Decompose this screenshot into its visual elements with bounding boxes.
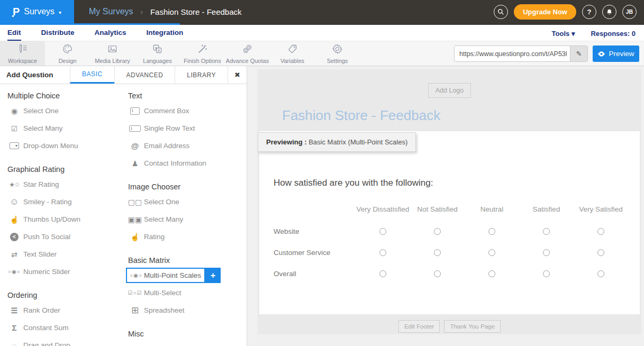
question-type-image-rating[interactable]: ☝Rating — [126, 228, 247, 245]
numeric-slider-icon: ○◉○ — [5, 269, 23, 275]
matrix-radio[interactable] — [543, 270, 550, 277]
panel-tab-library[interactable]: LIBRARY — [175, 66, 228, 84]
avatar[interactable]: JB — [622, 5, 637, 19]
matrix-radio[interactable] — [434, 249, 441, 256]
question-type-column: Multiple Choice◉Select One☑Select Many▾D… — [5, 84, 126, 346]
question-type-thumbs-up-down[interactable]: ☝Thumbs Up/Down — [5, 211, 126, 228]
help-button[interactable]: ? — [582, 5, 596, 19]
question-type-select-one[interactable]: ◉Select One — [5, 102, 126, 120]
question-type-numeric-slider[interactable]: ○◉○Numeric Slider — [5, 263, 126, 280]
matrix-radio[interactable] — [488, 249, 495, 256]
question-type-text-slider[interactable]: ⇄Text Slider — [5, 245, 126, 263]
section-nav-tabs: EditDistributeAnalyticsIntegration — [0, 29, 183, 41]
matrix-radio[interactable] — [379, 249, 386, 256]
header-actions: Upgrade Now ? JB — [494, 4, 644, 20]
matrix-radio[interactable] — [434, 270, 441, 277]
add-logo-button[interactable]: Add Logo — [428, 83, 471, 98]
close-panel-button[interactable]: ✖ — [228, 66, 247, 84]
add-question-plus-button[interactable]: + — [205, 268, 221, 283]
matrix-radio[interactable] — [379, 228, 386, 235]
matrix-radio[interactable] — [488, 270, 495, 277]
question-type-spreadsheet[interactable]: ⊞Spreadsheet — [126, 302, 247, 319]
previewing-tooltip: Previewing : Basic Matrix (Multi-Point S… — [258, 132, 416, 152]
rank-order-icon: ☰ — [5, 306, 23, 315]
question-type-rank-order[interactable]: ☰Rank Order — [5, 302, 126, 319]
svg-text:A: A — [158, 49, 160, 53]
select-one-icon: ◉ — [5, 107, 23, 115]
notifications-button[interactable] — [602, 5, 616, 19]
nav-tab-integration[interactable]: Integration — [147, 29, 184, 41]
question-type-multi-select[interactable]: ☑○☑Multi-Select — [126, 284, 247, 302]
question-type-image-select-one[interactable]: ▢▢Select One — [126, 193, 247, 211]
question-type-select-many[interactable]: ☑Select Many — [5, 120, 126, 137]
matrix-radio[interactable] — [488, 228, 495, 235]
question-type-drop-down-menu[interactable]: ▾Drop-down Menu — [5, 137, 126, 154]
matrix-radio[interactable] — [434, 228, 441, 235]
nav-tab-analytics[interactable]: Analytics — [95, 29, 126, 41]
survey-preview-stage: Add Logo Fashion Store - Feedback Previe… — [247, 66, 644, 346]
question-type-push-to-social[interactable]: <Push To Social — [5, 228, 126, 245]
toolbar-media-library[interactable]: Media Library — [90, 41, 135, 66]
question-type-label: Multi-Point Scales — [144, 271, 201, 279]
toolbar-label: Languages — [143, 58, 171, 64]
question-type-comment-box[interactable]: IComment Box — [126, 102, 247, 120]
question-type-email-address[interactable]: @Email Address — [126, 137, 247, 154]
toolbar-design[interactable]: Design — [45, 41, 90, 66]
edit-footer-button[interactable]: Edit Footer — [398, 320, 440, 333]
question-type-label: Select Many — [144, 215, 183, 223]
panel-tab-basic[interactable]: BASIC — [70, 66, 114, 84]
toolbar-workspace[interactable]: Workspace — [0, 41, 45, 66]
survey-card: Add Logo Fashion Store - Feedback Previe… — [258, 69, 641, 334]
question-type-drag-and-drop[interactable]: ◌Drag and Drop — [5, 336, 126, 346]
survey-url-input[interactable] — [455, 46, 570, 61]
upgrade-now-button[interactable]: Upgrade Now — [514, 4, 576, 20]
matrix-cell — [519, 263, 574, 284]
nav-tab-distribute[interactable]: Distribute — [41, 29, 75, 41]
matrix-radio[interactable] — [597, 249, 604, 256]
toolbar-advance-quotas[interactable]: Advance Quotas — [225, 41, 270, 66]
question-type-image-select-many[interactable]: ▣▣Select Many — [126, 211, 247, 228]
thank-you-page-button[interactable]: Thank You Page — [444, 320, 500, 333]
breadcrumb-survey-title: Fashion Store - Feedback — [150, 7, 242, 16]
toolbar-label: Advance Quotas — [226, 58, 269, 64]
question-type-column: TextIComment BoxISingle Row Text@Email A… — [126, 84, 247, 346]
matrix-radio[interactable] — [543, 228, 550, 235]
toolbar-label: Finish Options — [184, 58, 221, 64]
toolbar-finish-options[interactable]: Finish Options — [180, 41, 225, 66]
matrix-row-label: Website — [274, 221, 356, 242]
matrix-cell — [356, 221, 410, 242]
matrix-radio[interactable] — [543, 249, 550, 256]
surveys-product-menu[interactable]: P Surveys ▾ — [0, 0, 74, 23]
question-type-constant-sum[interactable]: ΣConstant Sum — [5, 319, 126, 336]
toolbar-languages[interactable]: ★ALanguages — [135, 41, 180, 66]
question-type-contact-information[interactable]: ♟Contact Information — [126, 154, 247, 172]
panel-tab-advanced[interactable]: ADVANCED — [114, 66, 175, 84]
question-type-label: Constant Sum — [23, 324, 69, 332]
advance-quotas-icon — [242, 43, 253, 57]
matrix-radio[interactable] — [597, 228, 604, 235]
matrix-radio[interactable] — [379, 270, 386, 277]
tools-menu[interactable]: Tools ▾ — [552, 30, 575, 38]
question-type-multi-point-scales[interactable]: ○◉○Multi-Point Scales+ — [126, 267, 247, 284]
toolbar-label: Workspace — [8, 58, 37, 64]
question-type-label: Select One — [144, 198, 179, 206]
question-type-label: Thumbs Up/Down — [23, 215, 80, 223]
matrix-cell — [574, 263, 628, 284]
question-type-single-row-text[interactable]: ISingle Row Text — [126, 120, 247, 137]
matrix-cell — [519, 221, 574, 242]
question-type-smiley-rating[interactable]: ☺Smiley - Rating — [5, 193, 126, 211]
edit-url-button[interactable]: ✎ — [570, 46, 587, 61]
search-button[interactable] — [494, 5, 508, 19]
question-type-star-rating[interactable]: ★☆Star Rating — [5, 176, 126, 193]
matrix-radio[interactable] — [597, 270, 604, 277]
responses-count[interactable]: Responses: 0 — [591, 30, 636, 38]
preview-button[interactable]: Preview — [593, 45, 639, 62]
questionpro-logo: P — [13, 6, 20, 18]
breadcrumb-my-surveys[interactable]: My Surveys — [89, 7, 133, 16]
toolbar-variables[interactable]: Variables — [270, 41, 315, 66]
toolbar-settings[interactable]: Settings — [315, 41, 360, 66]
media-library-icon — [107, 43, 118, 57]
nav-tab-edit[interactable]: Edit — [7, 29, 21, 41]
push-to-social-icon: < — [5, 233, 23, 241]
matrix-cell — [356, 242, 410, 263]
